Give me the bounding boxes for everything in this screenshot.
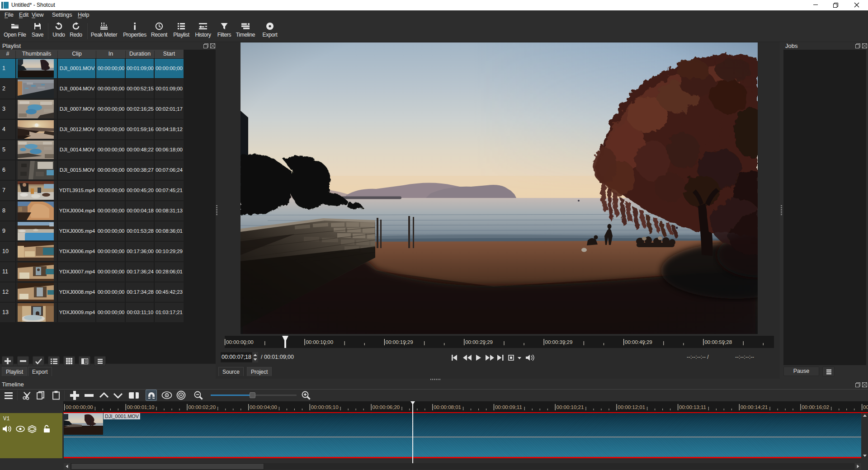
svg-text:00:00:10;00: 00:00:10;00	[306, 339, 333, 345]
svg-text:00:: 00:	[863, 404, 868, 410]
svg-text:00:00:12;01: 00:00:12;01	[618, 404, 645, 410]
svg-text:00:00:00;00: 00:00:00;00	[226, 339, 254, 345]
svg-text:00:00:14;21: 00:00:14;21	[741, 404, 768, 410]
svg-text:00:00:16;02: 00:00:16;02	[802, 404, 829, 410]
svg-text:00:00:09;11: 00:00:09;11	[495, 404, 522, 410]
svg-text:00:00:01;10: 00:00:01;10	[127, 404, 155, 410]
svg-text:00:00:39;29: 00:00:39;29	[545, 339, 573, 345]
svg-text:00:00:10;21: 00:00:10;21	[557, 404, 584, 410]
svg-text:00:00:49;29: 00:00:49;29	[625, 339, 652, 345]
svg-text:00:00:13;11: 00:00:13;11	[679, 404, 706, 410]
svg-text:00:00:29;29: 00:00:29;29	[465, 339, 493, 345]
svg-text:00:00:04;00: 00:00:04;00	[250, 404, 277, 410]
svg-text:00:00:06;20: 00:00:06;20	[373, 404, 400, 410]
svg-text:00:00:08;01: 00:00:08;01	[434, 404, 461, 410]
svg-text:00:00:05;10: 00:00:05;10	[311, 404, 339, 410]
svg-text:00:00:19;29: 00:00:19;29	[386, 339, 413, 345]
svg-text:00:00:00;00: 00:00:00;00	[66, 404, 93, 410]
svg-text:00:00:59;28: 00:00:59;28	[704, 339, 732, 345]
svg-text:00:00:02;20: 00:00:02;20	[188, 404, 216, 410]
